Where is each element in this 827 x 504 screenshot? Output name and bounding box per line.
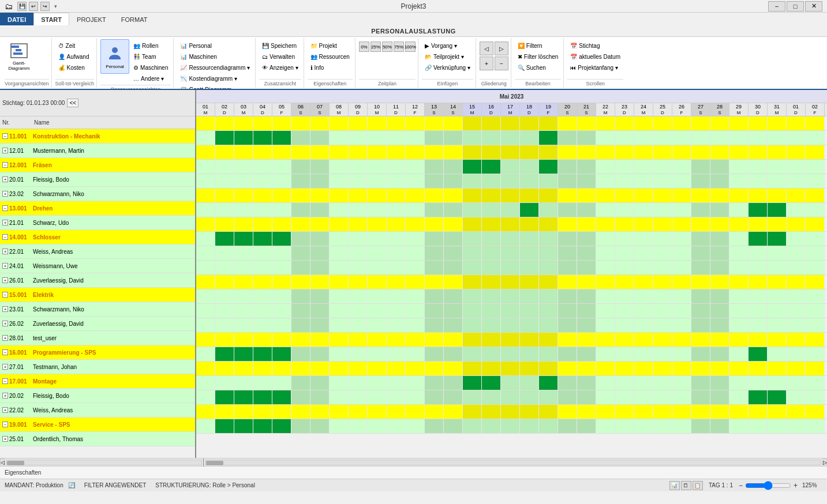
expand-button[interactable]: − [2, 205, 8, 211]
refresh-icon[interactable]: 🔄 [68, 482, 75, 488]
tab-projekt[interactable]: PROJEKT [69, 13, 114, 25]
undo-icon[interactable]: ↩ [29, 2, 38, 11]
table-row[interactable]: −19.001Service - SPS [0, 418, 195, 432]
projektanfang-button[interactable]: ⏮ Projektanfang ▾ [567, 62, 623, 73]
table-row[interactable]: +20.02Fleissig, Bodo [0, 389, 195, 403]
expand-person-button[interactable]: + [2, 220, 8, 225]
filter-loeschen-button[interactable]: ✖ Filter löschen [515, 51, 561, 62]
expand-person-button[interactable]: + [2, 393, 8, 398]
progress-100-button[interactable]: 100% [405, 42, 416, 52]
expand-person-button[interactable]: + [2, 176, 8, 182]
suchen-button[interactable]: 🔍 Suchen [515, 62, 561, 73]
scroll-right-button[interactable]: ▷ [822, 458, 827, 467]
gliederung-out-button[interactable]: ◁ [480, 42, 493, 55]
resource-grid[interactable]: −11.001Konstruktion - Mechanik+12.01Must… [0, 129, 195, 458]
expand-person-button[interactable]: + [2, 263, 8, 269]
scroll-left-button[interactable]: ◁ [0, 458, 5, 467]
tab-start[interactable]: START [33, 13, 69, 25]
expand-person-button[interactable]: + [2, 148, 8, 153]
andere-button[interactable]: … Andere ▾ [130, 73, 171, 84]
kap-personal-button[interactable]: 📊 Personal [177, 40, 253, 51]
scroll-area[interactable]: ◁ ▷ [0, 458, 827, 466]
table-row[interactable]: +23.02Schwarzmann, Niko [0, 187, 195, 201]
expand-button[interactable]: − [2, 234, 8, 240]
expand-person-button[interactable]: + [2, 436, 8, 442]
status-icon-3[interactable]: 📋 [693, 481, 703, 490]
maschinen-button[interactable]: ⚙ Maschinen [130, 62, 171, 73]
vorgang-button[interactable]: ▶ Vorgang ▾ [422, 40, 473, 51]
filtern-button[interactable]: 🔽 Filtern [515, 40, 561, 51]
teilprojekt-button[interactable]: 📂 Teilprojekt ▾ [422, 51, 473, 62]
stichtag-button[interactable]: 📅 Stichtag [567, 40, 623, 51]
table-row[interactable]: +26.01Zuverlaessig, David [0, 273, 195, 288]
right-scroll-thumb[interactable] [206, 461, 223, 465]
expand-person-button[interactable]: + [2, 364, 8, 370]
table-row[interactable]: +25.01Ordentlich, Thomas [0, 432, 195, 446]
expand-person-button[interactable]: + [2, 277, 8, 283]
kosten-button[interactable]: 💰 Kosten [55, 62, 92, 73]
expand-person-button[interactable]: + [2, 335, 8, 341]
expand-person-button[interactable]: + [2, 321, 8, 326]
progress-25-button[interactable]: 25% [371, 42, 381, 52]
redo-icon[interactable]: ↪ [40, 2, 50, 11]
close-button[interactable]: ✕ [805, 1, 822, 12]
team-button[interactable]: 👫 Team [130, 51, 171, 62]
aufwand-button[interactable]: 👤 Aufwand [55, 51, 92, 62]
table-row[interactable]: −13.001Drehen [0, 201, 195, 216]
nav-left-button[interactable]: << [67, 99, 78, 107]
table-row[interactable]: −11.001Konstruktion - Mechanik [0, 129, 195, 144]
expand-button[interactable]: − [2, 162, 8, 168]
table-row[interactable]: +28.01test_user [0, 331, 195, 345]
left-scroll-thumb[interactable] [7, 461, 24, 465]
maximize-button[interactable]: □ [787, 1, 804, 12]
table-row[interactable]: −12.001Fräsen [0, 158, 195, 172]
expand-person-button[interactable]: + [2, 249, 8, 254]
table-row[interactable]: −17.001Montage [0, 374, 195, 389]
expand-button[interactable]: − [2, 378, 8, 384]
table-row[interactable]: +23.01Schwarzmann, Niko [0, 302, 195, 317]
gantt-kap-button[interactable]: 📋 Gantt-Diagramm [177, 84, 253, 90]
table-row[interactable]: +12.01Mustermann, Martin [0, 144, 195, 158]
status-icon-1[interactable]: 📊 [669, 481, 680, 490]
table-row[interactable]: +24.01Weissmann, Uwe [0, 259, 195, 273]
expand-button[interactable]: − [2, 292, 8, 298]
gliederung-in-button[interactable]: ▷ [495, 42, 508, 55]
minimize-button[interactable]: − [768, 1, 785, 12]
expand-button[interactable]: − [2, 422, 8, 427]
zoom-plus-button[interactable]: + [794, 482, 798, 490]
zoom-minus-button[interactable]: − [739, 482, 743, 490]
table-row[interactable]: +20.01Fleissig, Bodo [0, 172, 195, 187]
table-row[interactable]: −14.001Schlosser [0, 230, 195, 245]
ressourcen-button[interactable]: 👥 Ressourcen [308, 51, 353, 62]
expand-person-button[interactable]: + [2, 191, 8, 197]
aktuelles-datum-button[interactable]: 📅 aktuelles Datum [567, 51, 623, 62]
table-row[interactable]: +21.01Schwarz, Udo [0, 216, 195, 230]
table-row[interactable]: +22.01Weiss, Andreas [0, 245, 195, 259]
zoom-slider[interactable] [745, 483, 791, 488]
left-scroll-track[interactable] [6, 460, 202, 465]
kap-maschinen-button[interactable]: 📊 Maschinen [177, 51, 253, 62]
status-icon-2[interactable]: 🗒 [681, 481, 691, 490]
table-row[interactable]: +26.02Zuverlaessig, David [0, 317, 195, 331]
expand-button[interactable]: − [2, 349, 8, 355]
info-button[interactable]: ℹ Info [308, 62, 353, 73]
table-row[interactable]: +22.02Weiss, Andreas [0, 403, 195, 418]
progress-75-button[interactable]: 75% [394, 42, 404, 52]
zeit-button[interactable]: ⏱ Zeit [55, 40, 92, 51]
personal-button[interactable]: Personal [100, 39, 129, 74]
gantt-diagram-button[interactable]: Gantt-Diagramm [5, 39, 33, 74]
projekt-button[interactable]: 📁 Projekt [308, 40, 353, 51]
gliederung-expand-button[interactable]: + [480, 57, 493, 70]
kosten-diagramm-button[interactable]: 📉 Kostendiagramm ▾ [177, 73, 253, 84]
expand-person-button[interactable]: + [2, 306, 8, 312]
save-icon[interactable]: 💾 [17, 2, 27, 11]
table-row[interactable]: +27.01Testmann, Johan [0, 360, 195, 374]
progress-50-button[interactable]: 50% [382, 42, 392, 52]
anzeigen-button[interactable]: 👁 Anzeigen ▾ [259, 62, 301, 73]
expand-button[interactable]: − [2, 133, 8, 139]
gliederung-collapse-button[interactable]: − [495, 57, 508, 70]
expand-person-button[interactable]: + [2, 407, 8, 413]
ressourcen-diagramm-button[interactable]: 📈 Ressourcendiagramm ▾ [177, 62, 253, 73]
verknuepfung-button[interactable]: 🔗 Verknüpfung ▾ [422, 62, 473, 73]
speichern-button[interactable]: 💾 Speichern [259, 40, 301, 51]
